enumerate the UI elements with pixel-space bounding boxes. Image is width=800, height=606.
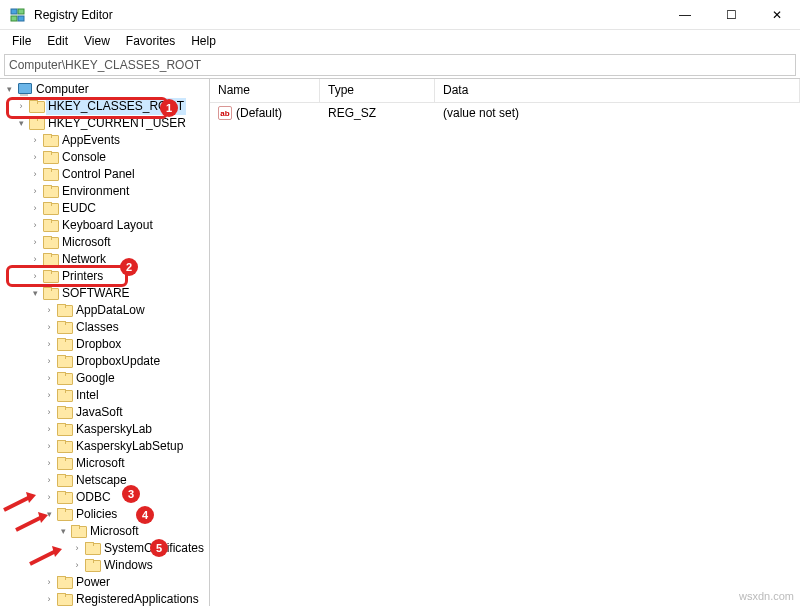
tree-label: Microsoft <box>60 234 113 251</box>
chevron-right-icon[interactable]: › <box>28 251 42 268</box>
chevron-right-icon[interactable]: › <box>28 149 42 166</box>
tree-item[interactable]: ›Classes <box>0 319 209 336</box>
minimize-button[interactable]: — <box>662 0 708 29</box>
chevron-right-icon[interactable]: › <box>42 472 56 489</box>
menu-help[interactable]: Help <box>183 32 224 50</box>
tree-label: Intel <box>74 387 101 404</box>
chevron-right-icon[interactable]: › <box>42 455 56 472</box>
chevron-right-icon[interactable]: › <box>70 540 84 557</box>
svg-rect-0 <box>11 9 17 14</box>
menu-edit[interactable]: Edit <box>39 32 76 50</box>
chevron-down-icon[interactable]: ▾ <box>14 115 28 132</box>
chevron-down-icon[interactable]: ▾ <box>2 81 16 98</box>
tree-item[interactable]: ›Network <box>0 251 209 268</box>
folder-icon <box>56 406 72 419</box>
chevron-right-icon[interactable]: › <box>42 404 56 421</box>
tree-policies[interactable]: ▾ Policies <box>0 506 209 523</box>
chevron-right-icon[interactable]: › <box>28 166 42 183</box>
address-bar[interactable]: Computer\HKEY_CLASSES_ROOT <box>4 54 796 76</box>
svg-rect-3 <box>18 16 24 21</box>
chevron-right-icon[interactable]: › <box>42 591 56 606</box>
chevron-right-icon[interactable]: › <box>42 370 56 387</box>
tree-item[interactable]: ›Power <box>0 574 209 591</box>
tree-panel[interactable]: ▾ Computer › HKEY_CLASSES_ROOT ▾ HKEY_CU… <box>0 79 210 606</box>
tree-label: AppEvents <box>60 132 122 149</box>
tree-item[interactable]: ›Environment <box>0 183 209 200</box>
list-row[interactable]: ab (Default) REG_SZ (value not set) <box>210 103 800 123</box>
tree-item[interactable]: ›EUDC <box>0 200 209 217</box>
chevron-right-icon[interactable]: › <box>28 200 42 217</box>
tree-item[interactable]: ›ODBC <box>0 489 209 506</box>
close-button[interactable]: ✕ <box>754 0 800 29</box>
chevron-down-icon[interactable]: ▾ <box>56 523 70 540</box>
chevron-right-icon[interactable]: › <box>42 438 56 455</box>
tree-item[interactable]: ›Netscape <box>0 472 209 489</box>
folder-icon <box>56 474 72 487</box>
folder-icon <box>42 270 58 283</box>
tree-policies-microsoft[interactable]: ▾ Microsoft <box>0 523 209 540</box>
chevron-right-icon[interactable]: › <box>42 489 56 506</box>
menu-view[interactable]: View <box>76 32 118 50</box>
tree-item[interactable]: ›DropboxUpdate <box>0 353 209 370</box>
tree-item[interactable]: ›Google <box>0 370 209 387</box>
folder-icon <box>84 559 100 572</box>
tree-label: KasperskyLab <box>74 421 154 438</box>
tree-label: SystemCertificates <box>102 540 206 557</box>
tree-item[interactable]: ›JavaSoft <box>0 404 209 421</box>
tree-hkcu[interactable]: ▾ HKEY_CURRENT_USER <box>0 115 209 132</box>
chevron-right-icon[interactable]: › <box>42 421 56 438</box>
tree-item[interactable]: ›Microsoft <box>0 455 209 472</box>
chevron-right-icon[interactable]: › <box>28 217 42 234</box>
tree-item[interactable]: ›AppDataLow <box>0 302 209 319</box>
tree-item[interactable]: ›Keyboard Layout <box>0 217 209 234</box>
tree-root[interactable]: ▾ Computer <box>0 81 209 98</box>
col-type[interactable]: Type <box>320 79 435 102</box>
tree-item[interactable]: ›Console <box>0 149 209 166</box>
folder-icon <box>42 185 58 198</box>
menu-favorites[interactable]: Favorites <box>118 32 183 50</box>
col-name[interactable]: Name <box>210 79 320 102</box>
tree-software[interactable]: ▾ SOFTWARE <box>0 285 209 302</box>
tree-item[interactable]: ›KasperskyLabSetup <box>0 438 209 455</box>
folder-icon <box>56 457 72 470</box>
folder-icon <box>56 321 72 334</box>
folder-icon <box>42 236 58 249</box>
chevron-right-icon[interactable]: › <box>42 302 56 319</box>
tree-item[interactable]: ›Printers <box>0 268 209 285</box>
chevron-right-icon[interactable]: › <box>14 98 28 115</box>
folder-icon <box>42 253 58 266</box>
chevron-down-icon[interactable]: ▾ <box>28 285 42 302</box>
tree-windows[interactable]: › Windows <box>0 557 209 574</box>
chevron-right-icon[interactable]: › <box>42 319 56 336</box>
folder-icon <box>42 202 58 215</box>
list-header: Name Type Data <box>210 79 800 103</box>
chevron-down-icon[interactable]: ▾ <box>42 506 56 523</box>
tree-item[interactable]: ›KasperskyLab <box>0 421 209 438</box>
tree-item[interactable]: ›Microsoft <box>0 234 209 251</box>
chevron-right-icon[interactable]: › <box>42 336 56 353</box>
chevron-right-icon[interactable]: › <box>28 268 42 285</box>
chevron-right-icon[interactable]: › <box>28 183 42 200</box>
chevron-right-icon[interactable]: › <box>70 557 84 574</box>
chevron-right-icon[interactable]: › <box>28 234 42 251</box>
tree-label: Network <box>60 251 108 268</box>
folder-icon <box>28 100 44 113</box>
tree-item[interactable]: ›Intel <box>0 387 209 404</box>
col-data[interactable]: Data <box>435 79 800 102</box>
tree-item[interactable]: ›RegisteredApplications <box>0 591 209 606</box>
tree-item[interactable]: ›Dropbox <box>0 336 209 353</box>
chevron-right-icon[interactable]: › <box>42 574 56 591</box>
tree-label: Windows <box>102 557 155 574</box>
maximize-button[interactable]: ☐ <box>708 0 754 29</box>
tree-item[interactable]: ›SystemCertificates <box>0 540 209 557</box>
chevron-right-icon[interactable]: › <box>42 387 56 404</box>
tree-hkcr[interactable]: › HKEY_CLASSES_ROOT <box>0 98 209 115</box>
tree-item[interactable]: ›AppEvents <box>0 132 209 149</box>
folder-icon <box>42 168 58 181</box>
svg-rect-2 <box>11 16 17 21</box>
svg-rect-1 <box>18 9 24 14</box>
tree-item[interactable]: ›Control Panel <box>0 166 209 183</box>
chevron-right-icon[interactable]: › <box>28 132 42 149</box>
chevron-right-icon[interactable]: › <box>42 353 56 370</box>
menu-file[interactable]: File <box>4 32 39 50</box>
